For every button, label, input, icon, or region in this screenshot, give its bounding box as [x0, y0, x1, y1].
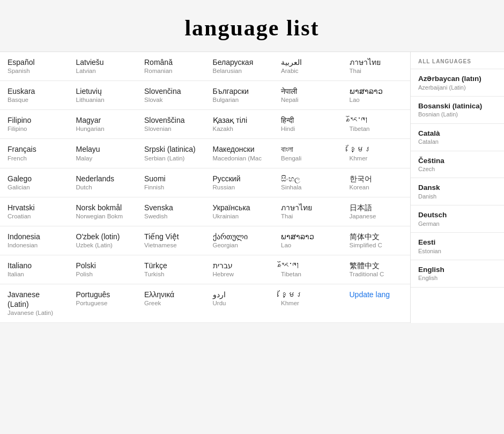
language-english-name: Hebrew: [213, 270, 268, 278]
language-cell[interactable]: 한국어Korean: [342, 168, 411, 197]
sidebar-language-item[interactable]: DanskDanish: [411, 178, 504, 205]
language-native-name: हिन्दी: [281, 115, 336, 125]
language-english-name: Slovak: [144, 96, 199, 104]
sidebar-language-item[interactable]: DeutschGerman: [411, 205, 504, 233]
language-english-name: Hungarian: [76, 125, 131, 133]
language-english-name: Urdu: [213, 299, 268, 307]
language-cell[interactable]: TürkçeTurkish: [137, 255, 205, 284]
language-cell[interactable]: বাংলাBengali: [273, 139, 342, 168]
language-english-name: Croatian: [8, 212, 62, 220]
language-cell[interactable]: EspañolSpanish: [0, 52, 69, 81]
language-cell[interactable]: ქართულიGeorgian: [205, 226, 274, 255]
language-native-name: Latviešu: [76, 57, 131, 67]
language-native-name: Беларуская: [213, 57, 268, 67]
language-native-name: Nederlands: [76, 174, 131, 183]
language-cell[interactable]: GalegoGalician: [0, 168, 69, 197]
language-cell[interactable]: MelayuMalay: [69, 139, 137, 168]
update-language-link[interactable]: Update lang: [350, 290, 390, 299]
language-cell[interactable]: LietuviųLithuanian: [69, 81, 137, 110]
sidebar-language-item[interactable]: Bosanski (latinica)Bosnian (Latin): [411, 97, 504, 124]
language-cell[interactable]: Update lang: [342, 284, 411, 323]
language-cell[interactable]: ΕλληνικάGreek: [137, 284, 205, 323]
language-english-name: Malay: [76, 155, 131, 163]
language-english-name: Khmer: [281, 299, 336, 307]
language-cell[interactable]: SvenskaSwedish: [137, 197, 205, 226]
language-english-name: Hindi: [281, 125, 336, 133]
language-cell[interactable]: FrançaisFrench: [0, 139, 69, 168]
sidebar-language-english: Azerbaijani (Latin): [418, 84, 496, 91]
language-native-name: Indonesia: [8, 232, 62, 241]
language-cell[interactable]: MagyarHungarian: [69, 110, 137, 139]
language-cell[interactable]: O'zbek (lotin)Uzbek (Latin): [69, 226, 137, 255]
language-cell[interactable]: हिन्दीHindi: [273, 110, 342, 139]
language-cell[interactable]: HrvatskiCroatian: [0, 197, 69, 226]
sidebar-language-native: Azərbaycan (latın): [418, 74, 496, 84]
language-cell[interactable]: NederlandsDutch: [69, 168, 137, 197]
sidebar-language-item[interactable]: Azərbaycan (latın)Azerbaijani (Latin): [411, 69, 504, 97]
language-cell[interactable]: ພາສາລາວLao: [273, 226, 342, 255]
language-native-name: ภาษาไทย: [281, 203, 336, 212]
language-cell[interactable]: БеларускаяBelarusian: [205, 52, 274, 81]
sidebar-language-item[interactable]: ČeštinaCzech: [411, 151, 504, 179]
language-cell[interactable]: RomânăRomanian: [137, 52, 205, 81]
language-cell[interactable]: Tiếng ViệtVietnamese: [137, 226, 205, 255]
sidebar-language-item[interactable]: CatalàCatalan: [411, 124, 504, 151]
language-cell[interactable]: ພາສາລາວLao: [342, 81, 411, 110]
language-native-name: Português: [76, 290, 131, 299]
language-cell[interactable]: FilipinoFilipino: [0, 110, 69, 139]
language-cell[interactable]: རྫོང་ཁ།Tibetan: [273, 255, 342, 284]
language-english-name: Serbian (Latin): [144, 155, 199, 163]
sidebar-language-item[interactable]: EestiEstonian: [411, 233, 504, 260]
language-cell[interactable]: БългарскиBulgarian: [205, 81, 274, 110]
language-english-name: Khmer: [350, 155, 404, 163]
language-cell[interactable]: Norsk bokmålNorwegian Bokm: [69, 197, 137, 226]
language-english-name: Romanian: [144, 67, 199, 75]
language-cell[interactable]: PolskiPolish: [69, 255, 137, 284]
language-cell[interactable]: SlovenščinaSlovenian: [137, 110, 205, 139]
language-cell[interactable]: Javanese (Latin)Javanese (Latin): [0, 284, 69, 323]
language-native-name: Македонски: [213, 144, 268, 154]
language-cell[interactable]: Қазақ тіліKazakh: [205, 110, 274, 139]
language-english-name: Finnish: [144, 183, 199, 192]
language-cell[interactable]: IndonesiaIndonesian: [0, 226, 69, 255]
language-english-name: Traditional C: [350, 270, 404, 278]
language-native-name: Polski: [76, 261, 131, 270]
sidebar-language-english: English: [418, 274, 496, 282]
language-cell[interactable]: LatviešuLatvian: [69, 52, 137, 81]
page-title: language list: [0, 0, 504, 52]
language-cell[interactable]: МакедонскиMacedonian (Mac: [205, 139, 274, 168]
language-cell[interactable]: नेपालीNepali: [273, 81, 342, 110]
language-cell[interactable]: العربيةArabic: [273, 52, 342, 81]
language-cell[interactable]: ItalianoItalian: [0, 255, 69, 284]
language-native-name: 日本語: [350, 203, 404, 212]
language-cell[interactable]: 简体中文Simplified C: [342, 226, 411, 255]
language-cell[interactable]: SuomiFinnish: [137, 168, 205, 197]
language-english-name: Kazakh: [213, 125, 268, 133]
language-cell[interactable]: ภาษาไทยThai: [342, 52, 411, 81]
language-native-name: ខ្មែរ: [350, 144, 404, 154]
language-english-name: Lao: [350, 96, 404, 104]
language-native-name: 한국어: [350, 174, 404, 183]
language-cell[interactable]: ภาษาไทยThai: [273, 197, 342, 226]
language-cell[interactable]: PortuguêsPortuguese: [69, 284, 137, 323]
language-cell[interactable]: සිංහලSinhala: [273, 168, 342, 197]
sidebar-language-item[interactable]: EnglishEnglish: [411, 260, 504, 288]
language-english-name: Tibetan: [350, 125, 404, 133]
language-cell[interactable]: EuskaraBasque: [0, 81, 69, 110]
language-english-name: Filipino: [8, 125, 62, 133]
language-native-name: Magyar: [76, 115, 131, 125]
language-cell[interactable]: Srpski (latinica)Serbian (Latin): [137, 139, 205, 168]
language-cell[interactable]: རྫོང་ཁ།Tibetan: [342, 110, 411, 139]
language-native-name: Svenska: [144, 203, 199, 212]
language-native-name: ខ្មែរ: [281, 290, 336, 299]
language-cell[interactable]: 日本語Japanese: [342, 197, 411, 226]
language-cell[interactable]: SlovenčinaSlovak: [137, 81, 205, 110]
language-cell[interactable]: اردوUrdu: [205, 284, 274, 323]
language-cell[interactable]: עבריתHebrew: [205, 255, 274, 284]
sidebar-language-native: Čeština: [418, 156, 496, 166]
language-cell[interactable]: УкраїнськаUkrainian: [205, 197, 274, 226]
language-cell[interactable]: ខ្មែរKhmer: [342, 139, 411, 168]
language-cell[interactable]: 繁體中文Traditional C: [342, 255, 411, 284]
language-cell[interactable]: РусскийRussian: [205, 168, 274, 197]
language-cell[interactable]: ខ្មែរKhmer: [273, 284, 342, 323]
